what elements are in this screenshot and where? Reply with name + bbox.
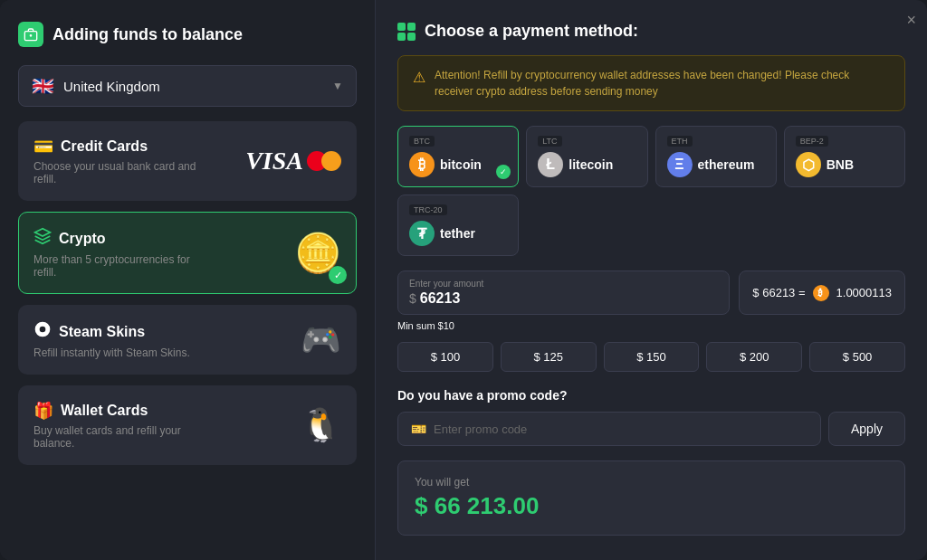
- country-selector[interactable]: 🇬🇧 United Kingdom ▼: [18, 65, 357, 107]
- left-panel-title: Adding funds to balance: [18, 22, 357, 47]
- min-sum-label: Min sum $: [397, 320, 444, 331]
- conversion-left: $ 66213 =: [752, 286, 805, 299]
- tether-logo: ₮: [409, 221, 435, 246]
- crypto-icon: [33, 227, 52, 250]
- payment-option-crypto[interactable]: Crypto More than 5 cryptocurrencies for …: [18, 212, 357, 294]
- country-flag: 🇬🇧: [32, 75, 54, 97]
- crypto-card-ltc[interactable]: LTC Ł litecoin: [526, 126, 647, 187]
- quick-amount-200[interactable]: $ 200: [706, 342, 802, 372]
- promo-section-label: Do you have a promo code?: [397, 388, 905, 403]
- crypto-options-row1: BTC ₿ bitcoin ✓ LTC Ł litecoin ETH Ξ: [397, 126, 905, 187]
- quick-amounts: $ 100 $ 125 $ 150 $ 200 $ 500: [397, 342, 905, 372]
- bnb-logo: ⬡: [796, 152, 821, 177]
- alert-text: Attention! Refill by cryptocurrency wall…: [435, 67, 890, 100]
- alert-banner: ⚠ Attention! Refill by cryptocurrency wa…: [397, 55, 905, 111]
- svg-point-3: [40, 327, 46, 333]
- quick-amount-125[interactable]: $ 125: [501, 342, 597, 372]
- payment-option-credit-cards[interactable]: 💳 Credit Cards Choose your usual bank ca…: [18, 121, 357, 201]
- amount-conversion: $ 66213 = ₿ 1.0000113: [739, 271, 905, 315]
- will-get-label: You will get: [415, 476, 888, 489]
- close-button[interactable]: ×: [906, 11, 916, 30]
- crypto-label: Crypto: [59, 231, 106, 247]
- credit-card-icon: 💳: [33, 137, 53, 157]
- credit-cards-label: Credit Cards: [61, 138, 148, 155]
- left-panel: Adding funds to balance 🇬🇧 United Kingdo…: [0, 0, 376, 560]
- btc-logo: ₿: [409, 152, 435, 177]
- crypto-card-eth[interactable]: ETH Ξ ethereum: [655, 126, 777, 187]
- crypto-card-btc[interactable]: BTC ₿ bitcoin ✓: [397, 126, 519, 187]
- promo-placeholder: Enter promo code: [434, 422, 527, 436]
- active-check-badge: ✓: [329, 266, 347, 284]
- amount-dollar-sign: $: [409, 291, 416, 306]
- chevron-down-icon: ▼: [332, 80, 343, 92]
- eth-logo: Ξ: [667, 152, 693, 177]
- min-sum-text: Min sum $10: [397, 320, 905, 331]
- amount-input-wrap[interactable]: Enter your amount $ 66213: [397, 271, 730, 315]
- steam-skins-label: Steam Skins: [59, 324, 145, 340]
- wallet-icon: [18, 22, 43, 47]
- wallet-cards-image: 🐧: [301, 406, 341, 444]
- svg-point-1: [30, 35, 31, 36]
- right-panel: Choose a payment method: ⚠ Attention! Re…: [376, 0, 927, 560]
- ltc-logo: Ł: [538, 152, 563, 177]
- conversion-btc: 1.0000113: [836, 286, 892, 299]
- mastercard-orange-dot: [321, 151, 341, 171]
- grid-icon: [397, 23, 416, 41]
- wallet-cards-desc: Buy wallet cards and refill your balance…: [33, 424, 196, 450]
- btc-selected-check: ✓: [496, 165, 511, 179]
- bnb-tag: BEP-2: [796, 136, 828, 147]
- amount-label: Enter your amount: [409, 279, 718, 289]
- right-panel-title: Choose a payment method:: [397, 22, 905, 41]
- crypto-card-bnb[interactable]: BEP-2 ⬡ BNB: [784, 126, 905, 187]
- quick-amount-500[interactable]: $ 500: [809, 342, 905, 372]
- promo-row: 🎫 Enter promo code Apply: [397, 412, 905, 446]
- quick-amount-100[interactable]: $ 100: [397, 342, 493, 372]
- crypto-card-tether[interactable]: TRC-20 ₮ tether: [397, 195, 519, 256]
- tether-name: tether: [440, 226, 475, 241]
- visa-mastercard-logos: VISA: [245, 147, 341, 176]
- amount-row: Enter your amount $ 66213 $ 66213 = ₿ 1.…: [397, 271, 905, 315]
- promo-icon: 🎫: [411, 422, 426, 436]
- crypto-options-row2: TRC-20 ₮ tether: [397, 195, 905, 256]
- left-title-text: Adding funds to balance: [53, 25, 243, 44]
- btc-tag: BTC: [409, 136, 435, 147]
- payment-option-wallet-cards[interactable]: 🎁 Wallet Cards Buy wallet cards and refi…: [18, 385, 357, 465]
- warning-icon: ⚠: [413, 69, 425, 86]
- ltc-tag: LTC: [538, 136, 561, 147]
- will-get-box: You will get $ 66 213.00: [397, 460, 905, 536]
- bnb-name: BNB: [827, 157, 854, 172]
- eth-name: ethereum: [698, 157, 755, 172]
- btc-name: bitcoin: [440, 157, 482, 172]
- min-sum-value: 10: [444, 320, 454, 331]
- tether-tag: TRC-20: [409, 204, 447, 215]
- steam-skins-image: 🎮: [301, 321, 341, 359]
- steam-icon: [33, 320, 52, 343]
- wallet-cards-label: Wallet Cards: [61, 403, 148, 419]
- quick-amount-150[interactable]: $ 150: [604, 342, 700, 372]
- promo-input-wrap[interactable]: 🎫 Enter promo code: [397, 412, 821, 446]
- steam-skins-desc: Refill instantly with Steam Skins.: [33, 346, 190, 359]
- apply-button[interactable]: Apply: [828, 412, 905, 446]
- visa-logo: VISA: [245, 147, 303, 176]
- modal-container: × Adding funds to balance 🇬🇧 United King…: [0, 0, 927, 560]
- crypto-desc: More than 5 cryptocurrencies for refill.: [33, 253, 196, 279]
- btc-small-icon: ₿: [813, 285, 829, 301]
- ltc-name: litecoin: [569, 157, 613, 172]
- payment-option-steam-skins[interactable]: Steam Skins Refill instantly with Steam …: [18, 305, 357, 375]
- credit-cards-desc: Choose your usual bank card and refill.: [33, 160, 196, 185]
- wallet-cards-icon: 🎁: [33, 401, 53, 421]
- amount-value: 66213: [420, 290, 461, 307]
- eth-tag: ETH: [667, 136, 693, 147]
- country-name: United Kingdom: [63, 79, 323, 94]
- will-get-amount: $ 66 213.00: [415, 492, 888, 520]
- right-title-text: Choose a payment method:: [425, 22, 638, 41]
